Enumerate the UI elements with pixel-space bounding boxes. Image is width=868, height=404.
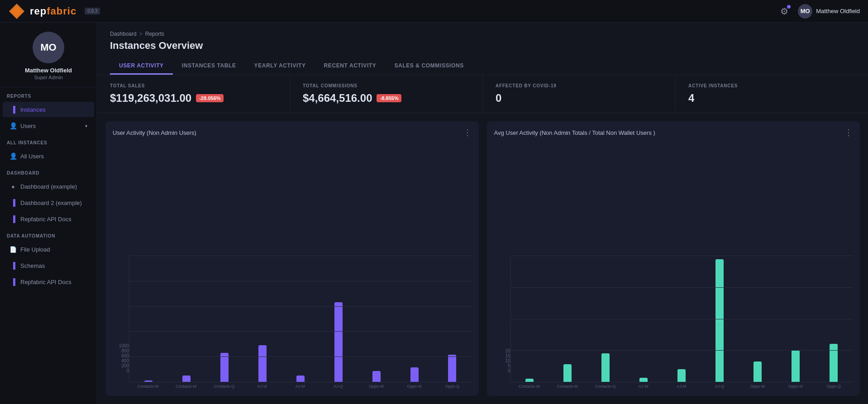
stat-affected-covid: AFFECTED BY COVID-19 0 bbox=[483, 75, 676, 113]
bar bbox=[258, 345, 267, 382]
user-name-top: Matthew Oldfield bbox=[816, 8, 860, 14]
bar-chart-wrap: 20 15 10 5 0 bbox=[494, 142, 853, 389]
bar-chart-icon-2: ▐ bbox=[10, 199, 17, 206]
logo-area[interactable]: repfabric 0.8.3 bbox=[8, 3, 100, 20]
bar bbox=[334, 302, 343, 382]
bar-group bbox=[739, 256, 777, 382]
sidebar-item-file-upload[interactable]: 📄 File Upload bbox=[3, 242, 94, 257]
stat-active-instances: ACTIVE INSTANCES 4 bbox=[676, 75, 868, 113]
bar-chart-icon-4: ▐ bbox=[10, 262, 17, 269]
bars-container bbox=[129, 256, 472, 382]
avatar: MO bbox=[798, 4, 812, 19]
sidebar-item-label: Schemas bbox=[20, 262, 45, 269]
stat-badge: -28.056% bbox=[196, 94, 224, 102]
bar-group bbox=[167, 256, 205, 382]
notification-dot bbox=[787, 5, 791, 9]
stat-value-row: $119,263,031.00 -28.056% bbox=[110, 92, 277, 105]
x-label: Contacts-W bbox=[129, 384, 167, 389]
version-badge: 0.8.3 bbox=[85, 8, 100, 14]
tab-sales-commissions[interactable]: SALES & COMMISSIONS bbox=[385, 58, 472, 75]
x-label: Contacts-W bbox=[510, 384, 548, 389]
x-label: AJ-M bbox=[281, 384, 319, 389]
page-title: Instances Overview bbox=[110, 40, 855, 52]
bars-container bbox=[510, 256, 853, 382]
charts-area: User Activity (Non Admin Users) ⋮ 1000 8… bbox=[97, 113, 868, 404]
bar-chart-wrap: 1000 800 600 400 200 0 bbox=[113, 142, 472, 389]
circle-icon: ● bbox=[10, 183, 17, 190]
chart-menu-button[interactable]: ⋮ bbox=[463, 128, 472, 137]
tab-instances-table[interactable]: INSTANCES TABLE bbox=[173, 58, 245, 75]
bar bbox=[639, 378, 648, 382]
breadcrumb: Dashboard > Reports bbox=[110, 31, 855, 37]
bar bbox=[182, 375, 191, 382]
top-navigation: repfabric 0.8.3 ⚙ MO Matthew Oldfield bbox=[0, 0, 868, 23]
breadcrumb-current: Reports bbox=[145, 31, 164, 37]
bar-group bbox=[777, 256, 815, 382]
tab-recent-activity[interactable]: RECENT ACTIVITY bbox=[315, 58, 386, 75]
tab-yearly-activity[interactable]: YEARLY ACTIVITY bbox=[245, 58, 315, 75]
chart-user-activity: User Activity (Non Admin Users) ⋮ 1000 8… bbox=[105, 121, 479, 396]
stat-total-sales: TOTAL SALES $119,263,031.00 -28.056% bbox=[97, 75, 290, 113]
bar-group bbox=[434, 256, 472, 382]
chart-title: Avg User Activity (Non Admin Totals / To… bbox=[494, 129, 655, 136]
x-label: Contacts-Q bbox=[205, 384, 243, 389]
breadcrumb-parent[interactable]: Dashboard bbox=[110, 31, 137, 37]
chart-menu-button[interactable]: ⋮ bbox=[844, 128, 853, 137]
bar-group bbox=[320, 256, 358, 382]
sidebar-item-label: All Users bbox=[20, 153, 44, 160]
bar-group bbox=[587, 256, 625, 382]
sidebar-item-all-users[interactable]: 👤 All Users bbox=[3, 148, 94, 164]
bar-group bbox=[815, 256, 853, 382]
chart-title: User Activity (Non Admin Users) bbox=[113, 129, 196, 136]
bar bbox=[144, 380, 153, 382]
sidebar-item-instances[interactable]: ▐ Instances bbox=[3, 102, 94, 117]
x-label: AJ-Q bbox=[701, 384, 739, 389]
sidebar-item-api-docs-2[interactable]: ▐ Repfabric API Docs bbox=[3, 274, 94, 290]
bar-group bbox=[548, 256, 587, 382]
chart-avg-user-activity: Avg User Activity (Non Admin Totals / To… bbox=[487, 121, 860, 396]
breadcrumb-separator: > bbox=[139, 31, 143, 37]
stat-label: AFFECTED BY COVID-19 bbox=[496, 83, 663, 88]
sidebar-item-dashboard2[interactable]: ▐ Dashboard 2 (example) bbox=[3, 195, 94, 210]
y-label: 600 bbox=[121, 353, 129, 358]
bar-group bbox=[625, 256, 663, 382]
bar-group bbox=[281, 256, 320, 382]
x-label: AJ-W bbox=[243, 384, 281, 389]
bar-group bbox=[701, 256, 739, 382]
bar bbox=[372, 371, 381, 382]
x-label: Opps-Q bbox=[434, 384, 472, 389]
stats-row: TOTAL SALES $119,263,031.00 -28.056% TOT… bbox=[97, 75, 868, 113]
x-labels: Contacts-W Contacts-M Contacts-Q AJ-W AJ… bbox=[494, 384, 853, 389]
settings-button[interactable]: ⚙ bbox=[777, 4, 792, 19]
chart-header: User Activity (Non Admin Users) ⋮ bbox=[113, 128, 472, 137]
user-info[interactable]: MO Matthew Oldfield bbox=[798, 4, 860, 19]
sidebar-item-api-docs[interactable]: ▐ Repfabric API Docs bbox=[3, 211, 94, 227]
stat-value: 4 bbox=[688, 92, 694, 105]
nav-right: ⚙ MO Matthew Oldfield bbox=[777, 4, 860, 19]
bar-chart-icon-3: ▐ bbox=[10, 215, 17, 223]
sidebar-item-users[interactable]: 👤 Users ▾ bbox=[3, 118, 94, 133]
stat-label: TOTAL COMMISSIONS bbox=[303, 83, 470, 88]
bar-group bbox=[205, 256, 243, 382]
y-label: 200 bbox=[121, 363, 129, 368]
sidebar: MO Matthew Oldfield Super Admin Reports … bbox=[0, 23, 97, 404]
bar-chart-inner: 20 15 10 5 0 bbox=[494, 142, 853, 382]
chart-header: Avg User Activity (Non Admin Totals / To… bbox=[494, 128, 853, 137]
section-label-data-automation: Data Automation bbox=[0, 227, 97, 241]
bar-group bbox=[511, 256, 549, 382]
y-label: 1000 bbox=[119, 343, 129, 348]
sidebar-item-schemas[interactable]: ▐ Schemas bbox=[3, 258, 94, 273]
sidebar-item-label: Users bbox=[20, 123, 36, 129]
bar-chart-icon-5: ▐ bbox=[10, 278, 17, 285]
bar bbox=[525, 379, 534, 382]
x-label: Opps-Q bbox=[815, 384, 853, 389]
y-label: 800 bbox=[121, 348, 129, 353]
stat-value: $4,664,516.00 bbox=[303, 92, 372, 105]
tab-user-activity[interactable]: USER ACTIVITY bbox=[110, 58, 173, 75]
stat-badge: -8.855% bbox=[377, 94, 401, 102]
bar-group bbox=[396, 256, 434, 382]
sidebar-item-dashboard-example[interactable]: ● Dashboard (example) bbox=[3, 179, 94, 194]
stat-value-row: 0 bbox=[496, 92, 663, 105]
section-label-dashboard: Dashboard bbox=[0, 164, 97, 178]
y-label: 15 bbox=[505, 353, 510, 358]
